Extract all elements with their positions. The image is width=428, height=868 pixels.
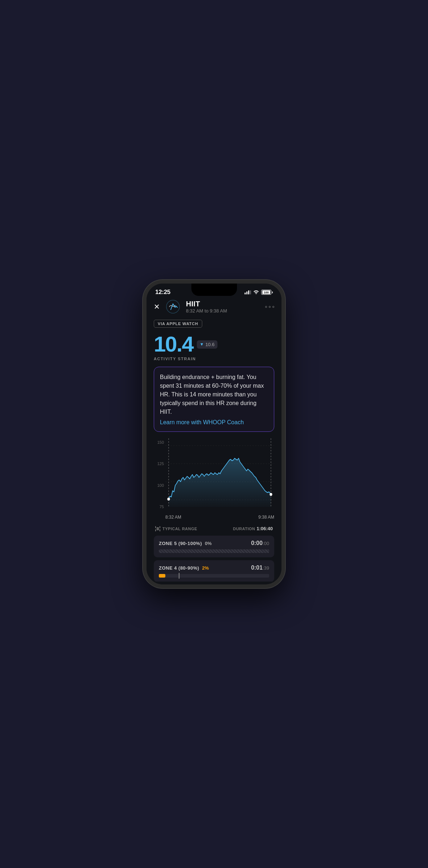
close-button[interactable]: ✕ <box>154 303 160 310</box>
range-dashed-icon2 <box>160 526 160 531</box>
status-right: 100 <box>245 289 273 295</box>
y-label-75: 75 <box>154 505 164 509</box>
zone-5-name: ZONE 5 (90-100%) <box>159 541 202 546</box>
range-bar-icon <box>157 527 159 530</box>
source-badge: VIA APPLE WATCH <box>154 320 274 333</box>
more-options-button[interactable] <box>265 306 274 308</box>
chart-legend: TYPICAL RANGE DURATION 1:06:40 <box>154 526 274 531</box>
zone-5-time: 0:00:00 <box>251 540 269 546</box>
wifi-icon <box>253 289 259 295</box>
chart-start-time: 8:32 AM <box>165 514 181 520</box>
zone-4-pct: 2% <box>202 565 209 571</box>
strain-change-value: 10.6 <box>205 342 215 347</box>
signal-icon <box>245 290 251 294</box>
strain-value: 10.4 <box>154 333 193 355</box>
chart-y-axis: 150 125 100 75 <box>154 438 164 511</box>
range-dashed-icon <box>155 526 156 531</box>
info-card-text: Building endurance + burning fat. You sp… <box>160 373 268 416</box>
typical-range-label: TYPICAL RANGE <box>155 526 197 531</box>
strain-label: ACTIVITY STRAIN <box>154 357 274 361</box>
y-label-100: 100 <box>154 483 164 488</box>
chart-svg-area <box>165 438 274 511</box>
zone-4-row: ZONE 4 (80-90%) 2% 0:01:39 <box>154 560 274 582</box>
chart-end-time: 9:38 AM <box>258 514 274 520</box>
zone-4-header: ZONE 4 (80-90%) 2% 0:01:39 <box>159 565 269 571</box>
heart-rate-chart: 150 125 100 75 <box>154 438 274 511</box>
svg-point-8 <box>270 493 272 496</box>
workout-icon <box>165 299 181 315</box>
scroll-content[interactable]: ✕ HIIT 8:32 AM to 9:38 AM <box>147 299 281 582</box>
status-time: 12:25 <box>155 289 170 296</box>
whoop-coach-link[interactable]: Learn more with WHOOP Coach <box>160 419 244 425</box>
chart-time-labels: 8:32 AM 9:38 AM <box>154 514 274 520</box>
zone-4-name: ZONE 4 (80-90%) <box>159 565 199 571</box>
zone-4-bar-bg <box>159 574 269 578</box>
zone-5-row: ZONE 5 (90-100%) 0% 0:00:00 <box>154 536 274 557</box>
duration-display: DURATION 1:06:40 <box>233 526 273 531</box>
zone-5-pct: 0% <box>205 541 212 546</box>
zone-5-header: ZONE 5 (90-100%) 0% 0:00:00 <box>159 540 269 546</box>
zone-4-bar-fill <box>159 574 165 578</box>
phone-frame: 12:25 100 <box>143 280 285 588</box>
workout-header-left: ✕ HIIT 8:32 AM to 9:38 AM <box>154 299 227 315</box>
phone-screen: 12:25 100 <box>147 284 281 584</box>
workout-info: HIIT 8:32 AM to 9:38 AM <box>186 300 227 314</box>
svg-point-7 <box>167 498 170 501</box>
y-label-125: 125 <box>154 461 164 466</box>
notch <box>191 284 237 296</box>
strain-section: 10.4 ▼ 10.6 ACTIVITY STRAIN <box>154 333 274 361</box>
zone-4-typical-marker <box>179 573 179 579</box>
battery-icon: 100 <box>261 290 273 295</box>
info-card: Building endurance + burning fat. You sp… <box>154 367 274 432</box>
strain-arrow: ▼ <box>200 342 204 347</box>
workout-header: ✕ HIIT 8:32 AM to 9:38 AM <box>154 299 274 315</box>
y-label-150: 150 <box>154 440 164 444</box>
workout-time: 8:32 AM to 9:38 AM <box>186 308 227 314</box>
workout-name: HIIT <box>186 300 227 308</box>
zone-4-time: 0:01:39 <box>251 565 269 571</box>
strain-value-row: 10.4 ▼ 10.6 <box>154 333 274 355</box>
zone-5-bar <box>159 549 269 553</box>
strain-change-badge: ▼ 10.6 <box>197 340 217 349</box>
